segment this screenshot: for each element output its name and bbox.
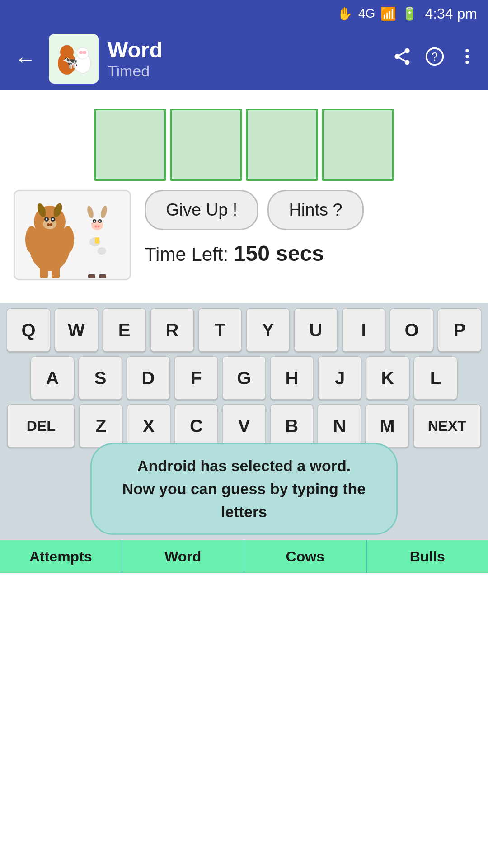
bottom-bar-bulls: Bulls	[367, 540, 488, 573]
key-r[interactable]: R	[150, 308, 194, 352]
tooltip-bubble: Android has selected a word. Now you can…	[90, 443, 398, 535]
next-button[interactable]: NEXT	[413, 404, 481, 448]
keyboard-row-3-wrapper: DEL Z X C V B N M NEXT Android has selec…	[4, 404, 484, 535]
svg-rect-44	[99, 264, 106, 276]
main-content: Give Up ! Hints ? Time Left: 150 secs	[0, 90, 488, 298]
status-time: 4:34 pm	[425, 5, 477, 22]
svg-point-3	[77, 47, 89, 59]
signal-icon: 📶	[380, 6, 396, 21]
key-n[interactable]: N	[318, 404, 361, 448]
tooltip-line2: Now you can guess by typing the letters	[114, 477, 374, 524]
game-controls-row: Give Up ! Hints ? Time Left: 150 secs	[14, 190, 474, 280]
key-y[interactable]: Y	[246, 308, 290, 352]
hints-button[interactable]: Hints ?	[267, 190, 363, 230]
svg-rect-43	[88, 264, 95, 276]
help-icon[interactable]: ?	[425, 47, 445, 71]
letter-box-4	[322, 108, 394, 181]
svg-text:🐄: 🐄	[62, 55, 78, 70]
key-u[interactable]: U	[294, 308, 338, 352]
network-label: 4G	[358, 6, 375, 21]
svg-point-5	[83, 51, 86, 54]
button-row: Give Up ! Hints ?	[145, 190, 474, 230]
svg-rect-42	[95, 237, 99, 244]
tooltip-container: Android has selected a word. Now you can…	[4, 443, 484, 535]
touch-icon: ✋	[337, 6, 353, 21]
key-p[interactable]: P	[438, 308, 481, 352]
svg-point-28	[82, 243, 89, 254]
svg-point-29	[105, 243, 112, 254]
bottom-bar-attempts: Attempts	[0, 540, 122, 573]
svg-point-32	[97, 247, 106, 255]
app-title-group: Word Timed	[108, 38, 383, 80]
key-m[interactable]: M	[366, 404, 409, 448]
svg-point-24	[61, 226, 74, 253]
letter-box-1	[94, 108, 166, 181]
key-d[interactable]: D	[127, 356, 170, 400]
keyboard-row-3: DEL Z X C V B N M NEXT	[4, 404, 484, 448]
svg-point-40	[95, 226, 97, 228]
key-e[interactable]: E	[103, 308, 146, 352]
keyboard-row-1: Q W E R T Y U I O P	[4, 308, 484, 352]
svg-point-4	[79, 51, 83, 54]
app-bar-actions: ?	[392, 47, 477, 71]
give-up-button[interactable]: Give Up !	[145, 190, 258, 230]
app-logo: 🐄	[49, 34, 99, 84]
cow-characters-svg	[18, 192, 127, 278]
key-x[interactable]: X	[127, 404, 170, 448]
svg-point-38	[94, 221, 95, 222]
svg-rect-26	[52, 264, 60, 278]
svg-point-22	[50, 223, 52, 226]
svg-point-39	[99, 221, 101, 222]
time-left-value: 150 secs	[234, 241, 324, 265]
more-icon[interactable]	[457, 47, 477, 71]
key-t[interactable]: T	[198, 308, 242, 352]
keyboard-row-2: A S D F G H J K L	[4, 356, 484, 400]
keyboard-container: Q W E R T Y U I O P A S D F G H J K L DE…	[0, 303, 488, 540]
svg-rect-45	[88, 274, 95, 278]
letter-box-2	[170, 108, 242, 181]
key-f[interactable]: F	[174, 356, 218, 400]
key-z[interactable]: Z	[79, 404, 122, 448]
key-o[interactable]: O	[390, 308, 433, 352]
svg-rect-46	[99, 274, 106, 278]
svg-point-11	[465, 61, 469, 64]
logo-icon: 🐄	[51, 36, 96, 81]
cow-image	[14, 190, 131, 280]
key-l[interactable]: L	[414, 356, 457, 400]
app-title: Word	[108, 38, 383, 62]
key-s[interactable]: S	[79, 356, 122, 400]
key-q[interactable]: Q	[7, 308, 50, 352]
key-k[interactable]: K	[366, 356, 409, 400]
key-a[interactable]: A	[31, 356, 74, 400]
letter-boxes	[14, 108, 474, 181]
svg-point-41	[98, 226, 100, 228]
key-v[interactable]: V	[222, 404, 266, 448]
key-g[interactable]: G	[222, 356, 266, 400]
key-i[interactable]: I	[342, 308, 385, 352]
key-b[interactable]: B	[270, 404, 314, 448]
svg-text:?: ?	[432, 50, 438, 63]
time-left-label: Time Left:	[145, 244, 228, 265]
status-icons: ✋ 4G 📶 🔋	[337, 6, 418, 21]
back-button[interactable]: ←	[11, 43, 40, 75]
svg-point-20	[52, 218, 54, 220]
svg-point-23	[25, 226, 38, 253]
app-bar: ← 🐄 Word Timed ?	[0, 27, 488, 90]
bottom-bar-cows: Cows	[244, 540, 367, 573]
app-subtitle: Timed	[108, 62, 383, 80]
status-bar: ✋ 4G 📶 🔋 4:34 pm	[0, 0, 488, 27]
bottom-bar-word: Word	[122, 540, 245, 573]
letter-box-3	[246, 108, 318, 181]
key-j[interactable]: J	[318, 356, 361, 400]
key-w[interactable]: W	[55, 308, 98, 352]
svg-point-19	[46, 218, 47, 220]
bottom-bar: Attempts Word Cows Bulls	[0, 540, 488, 573]
tooltip-line1: Android has selected a word.	[114, 454, 374, 477]
svg-point-9	[465, 49, 469, 52]
del-button[interactable]: DEL	[7, 404, 75, 448]
battery-icon: 🔋	[402, 6, 418, 21]
svg-point-10	[465, 55, 469, 58]
key-c[interactable]: C	[175, 404, 218, 448]
share-icon[interactable]	[392, 47, 412, 71]
key-h[interactable]: H	[270, 356, 314, 400]
